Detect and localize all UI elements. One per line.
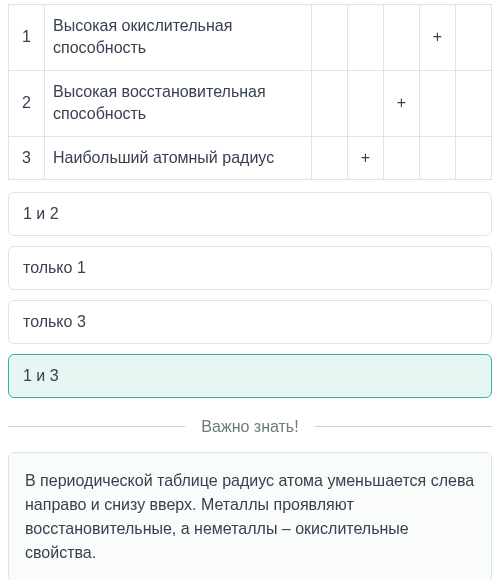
answer-option-selected[interactable]: 1 и 3 bbox=[8, 354, 492, 398]
row-mark bbox=[420, 70, 456, 136]
answer-option-label: 1 и 2 bbox=[23, 205, 59, 222]
table-row: 2 Высокая восстановительная способность … bbox=[9, 70, 492, 136]
row-mark bbox=[348, 5, 384, 71]
row-mark: + bbox=[384, 70, 420, 136]
table-row: 1 Высокая окислительная способность + bbox=[9, 5, 492, 71]
row-number: 1 bbox=[9, 5, 45, 71]
row-mark bbox=[312, 136, 348, 179]
answer-option-label: 1 и 3 bbox=[23, 367, 59, 384]
answer-option-label: только 1 bbox=[23, 259, 86, 276]
row-mark bbox=[312, 70, 348, 136]
divider-line bbox=[315, 426, 492, 427]
row-number: 3 bbox=[9, 136, 45, 179]
row-mark bbox=[420, 136, 456, 179]
answer-option[interactable]: только 3 bbox=[8, 300, 492, 344]
properties-table: 1 Высокая окислительная способность + 2 … bbox=[8, 4, 492, 180]
answer-option[interactable]: 1 и 2 bbox=[8, 192, 492, 236]
row-property: Наибольший атомный радиус bbox=[45, 136, 312, 179]
row-property: Высокая восстановительная способность bbox=[45, 70, 312, 136]
table-row: 3 Наибольший атомный радиус + bbox=[9, 136, 492, 179]
row-mark bbox=[456, 5, 492, 71]
row-mark bbox=[384, 136, 420, 179]
row-mark: + bbox=[420, 5, 456, 71]
divider-label: Важно знать! bbox=[185, 418, 314, 436]
row-mark bbox=[348, 70, 384, 136]
section-divider: Важно знать! bbox=[8, 418, 492, 436]
info-box: В периодической таблице радиус атома уме… bbox=[8, 452, 492, 580]
answer-option-label: только 3 bbox=[23, 313, 86, 330]
row-property: Высокая окислительная способность bbox=[45, 5, 312, 71]
row-mark bbox=[312, 5, 348, 71]
row-mark: + bbox=[348, 136, 384, 179]
row-mark bbox=[456, 70, 492, 136]
row-mark bbox=[384, 5, 420, 71]
row-number: 2 bbox=[9, 70, 45, 136]
answer-option[interactable]: только 1 bbox=[8, 246, 492, 290]
info-text: В периодической таблице радиус атома уме… bbox=[25, 472, 474, 561]
divider-line bbox=[8, 426, 185, 427]
row-mark bbox=[456, 136, 492, 179]
